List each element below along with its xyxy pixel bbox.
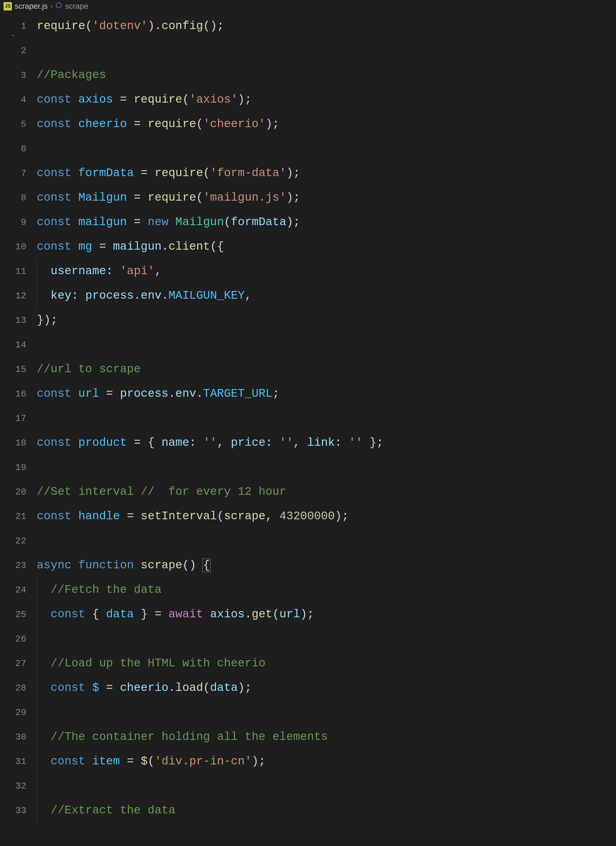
code-line[interactable] — [37, 529, 616, 553]
code-line[interactable]: //Packages — [37, 63, 616, 88]
line-number-gutter: 1 ⋯ 2 3 4 5 6 7 8 9 10 11 12 13 14 15 16… — [0, 14, 37, 823]
code-line[interactable]: //url to scrape — [37, 357, 616, 382]
code-line[interactable] — [37, 333, 616, 357]
code-line[interactable]: const axios = require('axios'); — [37, 88, 616, 112]
line-number: 3 — [0, 63, 26, 88]
line-number: 30 — [0, 725, 26, 749]
line-number: 25 — [0, 602, 26, 627]
code-editor[interactable]: 1 ⋯ 2 3 4 5 6 7 8 9 10 11 12 13 14 15 16… — [0, 13, 616, 823]
code-line[interactable]: //The container holding all the elements — [37, 725, 616, 749]
line-number: 31 — [0, 749, 26, 774]
code-line[interactable] — [37, 700, 616, 725]
line-number: 27 — [0, 651, 26, 676]
code-line[interactable]: const Mailgun = require('mailgun.js'); — [37, 186, 616, 210]
line-number: 7 — [0, 161, 26, 186]
code-line[interactable]: const url = process.env.TARGET_URL; — [37, 382, 616, 406]
code-line[interactable]: //Set interval // for every 12 hour — [37, 480, 616, 504]
code-line[interactable] — [37, 38, 616, 63]
line-number: 21 — [0, 504, 26, 529]
js-file-icon: JS — [3, 2, 12, 10]
line-number: 9 — [0, 210, 26, 235]
code-line[interactable]: const handle = setInterval(scrape, 43200… — [37, 504, 616, 529]
code-line[interactable]: //Fetch the data — [37, 578, 616, 602]
line-number: 24 — [0, 578, 26, 602]
code-line[interactable]: async function scrape() { — [37, 553, 616, 578]
line-number: 15 — [0, 357, 26, 382]
breadcrumb: JS scraper.js › scrape — [0, 0, 616, 13]
code-line[interactable]: username: 'api', — [37, 259, 616, 283]
line-number: 8 — [0, 186, 26, 210]
chevron-right-icon: › — [50, 2, 53, 10]
breadcrumb-file[interactable]: scraper.js — [15, 1, 48, 12]
code-line[interactable]: const mailgun = new Mailgun(formData); — [37, 210, 616, 235]
line-number: 22 — [0, 529, 26, 553]
line-number: 5 — [0, 112, 26, 137]
code-line[interactable] — [37, 137, 616, 161]
line-number: 28 — [0, 676, 26, 700]
code-line[interactable]: const formData = require('form-data'); — [37, 161, 616, 186]
line-number: 14 — [0, 333, 26, 357]
line-number: 18 — [0, 431, 26, 455]
code-line[interactable] — [37, 774, 616, 798]
symbol-method-icon — [55, 1, 62, 11]
line-number: 4 — [0, 88, 26, 112]
line-number: 23 — [0, 553, 26, 578]
code-line[interactable]: require('dotenv').config(); — [37, 14, 616, 38]
code-line[interactable]: //Extract the data — [37, 798, 616, 823]
line-number: 20 — [0, 480, 26, 504]
line-number: 10 — [0, 235, 26, 259]
line-number: 33 — [0, 798, 26, 823]
code-line[interactable]: //Load up the HTML with cheerio — [37, 651, 616, 676]
line-number: 32 — [0, 774, 26, 798]
line-number: 19 — [0, 455, 26, 480]
line-number: 6 — [0, 137, 26, 161]
line-number: 13 — [0, 308, 26, 333]
line-number: 2 — [0, 38, 26, 63]
code-line[interactable]: key: process.env.MAILGUN_KEY, — [37, 283, 616, 308]
code-line[interactable]: }); — [37, 308, 616, 333]
line-number: 29 — [0, 700, 26, 725]
line-number: 16 — [0, 382, 26, 406]
code-content[interactable]: require('dotenv').config(); //Packages c… — [37, 14, 616, 823]
code-line[interactable]: const mg = mailgun.client({ — [37, 235, 616, 259]
code-line[interactable]: const product = { name: '', price: '', l… — [37, 431, 616, 455]
code-line[interactable] — [37, 627, 616, 651]
line-number: 17 — [0, 406, 26, 431]
code-line[interactable]: const cheerio = require('cheerio'); — [37, 112, 616, 137]
code-line[interactable] — [37, 406, 616, 431]
code-line[interactable]: const { data } = await axios.get(url); — [37, 602, 616, 627]
line-number: 12 — [0, 283, 26, 308]
line-number: 26 — [0, 627, 26, 651]
code-line[interactable]: const item = $('div.pr-in-cn'); — [37, 749, 616, 774]
breadcrumb-symbol[interactable]: scrape — [65, 1, 88, 12]
code-line[interactable] — [37, 455, 616, 480]
line-number: 11 — [0, 259, 26, 283]
code-line[interactable]: const $ = cheerio.load(data); — [37, 676, 616, 700]
